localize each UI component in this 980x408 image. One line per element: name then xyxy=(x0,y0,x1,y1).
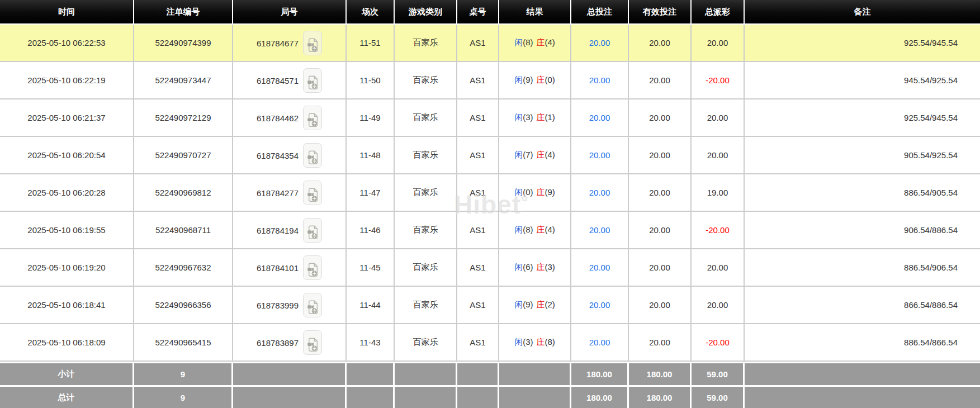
col-remark: 备注 xyxy=(745,0,980,25)
cell-game-type: 百家乐 xyxy=(395,212,457,249)
total-bet-link[interactable]: 20.00 xyxy=(589,113,610,122)
cell-remark: 886.54/905.54 xyxy=(745,174,980,212)
grand-total-total-bet: 180.00 xyxy=(571,385,629,408)
cell-total-bet: 20.00 xyxy=(571,174,629,212)
video-replay-button[interactable] xyxy=(303,218,322,243)
banker-result-label: 庄 xyxy=(537,112,545,122)
cell-bet-number: 522490973447 xyxy=(134,62,233,99)
player-points: (3) xyxy=(523,337,533,347)
cell-round-number: 618784277 xyxy=(233,174,347,212)
total-bet-link[interactable]: 20.00 xyxy=(589,338,610,347)
video-replay-button[interactable] xyxy=(303,181,322,205)
player-result-label: 闲 xyxy=(514,337,523,347)
cell-game-type: 百家乐 xyxy=(395,137,457,174)
cell-total-bet: 20.00 xyxy=(571,137,629,174)
cell-round-number: 618784462 xyxy=(233,99,347,137)
player-result-label: 闲 xyxy=(514,112,523,122)
cell-table-number: AS1 xyxy=(457,99,499,137)
cell-bet-number: 522490972129 xyxy=(134,99,233,137)
cell-remark: 925.54/945.54 xyxy=(745,25,980,62)
cell-payout: 20.00 xyxy=(692,99,745,137)
player-result-label: 闲 xyxy=(514,225,523,234)
video-clip-icon xyxy=(307,37,318,53)
video-clip-icon xyxy=(307,300,318,315)
col-payout: 总派彩 xyxy=(692,0,745,25)
subtotal-row: 小计 9 180.00 180.00 59.00 xyxy=(0,362,980,385)
table-row: 2025-05-10 06:22:19 522490973447 6187845… xyxy=(0,62,980,99)
cell-time: 2025-05-10 06:20:28 xyxy=(0,174,134,212)
player-points: (7) xyxy=(523,150,533,159)
cell-total-bet: 20.00 xyxy=(571,25,629,62)
banker-points: (4) xyxy=(545,37,555,47)
banker-result-label: 庄 xyxy=(537,37,545,47)
cell-round-number: 618784354 xyxy=(233,137,347,174)
table-body: 2025-05-10 06:22:53 522490974399 6187846… xyxy=(0,25,980,362)
col-total-bet: 总投注 xyxy=(571,0,629,25)
cell-valid-bet: 20.00 xyxy=(629,99,692,137)
cell-round-number: 618784101 xyxy=(233,249,347,287)
banker-points: (9) xyxy=(545,187,555,197)
banker-points: (2) xyxy=(545,300,555,309)
cell-valid-bet: 20.00 xyxy=(629,212,692,249)
col-session: 场次 xyxy=(347,0,395,25)
banker-points: (4) xyxy=(545,225,555,234)
table-row: 2025-05-10 06:18:09 522490965415 6187838… xyxy=(0,324,980,362)
video-replay-button[interactable] xyxy=(303,106,322,130)
cell-bet-number: 522490965415 xyxy=(134,324,233,362)
round-number-text: 618784462 xyxy=(257,113,299,122)
total-bet-link[interactable]: 20.00 xyxy=(589,75,610,85)
video-replay-button[interactable] xyxy=(303,31,322,55)
video-replay-button[interactable] xyxy=(303,330,322,355)
table-row: 2025-05-10 06:20:54 522490970727 6187843… xyxy=(0,137,980,174)
cell-game-type: 百家乐 xyxy=(395,249,457,287)
cell-valid-bet: 20.00 xyxy=(629,324,692,362)
player-result-label: 闲 xyxy=(514,37,523,47)
subtotal-total-bet: 180.00 xyxy=(571,362,629,385)
player-result-label: 闲 xyxy=(514,150,523,159)
subtotal-payout: 59.00 xyxy=(692,362,745,385)
total-bet-link[interactable]: 20.00 xyxy=(589,188,610,197)
video-clip-icon xyxy=(307,75,318,90)
grand-total-empty-cell xyxy=(233,385,347,408)
cell-time: 2025-05-10 06:22:53 xyxy=(0,25,134,62)
table-row: 2025-05-10 06:22:53 522490974399 6187846… xyxy=(0,25,980,62)
video-clip-icon xyxy=(307,337,318,352)
total-bet-link[interactable]: 20.00 xyxy=(589,38,610,48)
cell-time: 2025-05-10 06:22:19 xyxy=(0,62,134,99)
cell-table-number: AS1 xyxy=(457,287,499,324)
total-bet-link[interactable]: 20.00 xyxy=(589,300,610,310)
total-bet-link[interactable]: 20.00 xyxy=(589,225,610,235)
cell-result: 闲(9)庄(0) xyxy=(499,62,571,99)
cell-total-bet: 20.00 xyxy=(571,62,629,99)
grand-total-payout: 59.00 xyxy=(692,385,745,408)
subtotal-empty-cell xyxy=(233,362,347,385)
total-bet-link[interactable]: 20.00 xyxy=(589,150,610,160)
cell-game-type: 百家乐 xyxy=(395,324,457,362)
banker-result-label: 庄 xyxy=(537,75,545,84)
cell-bet-number: 522490968711 xyxy=(134,212,233,249)
cell-total-bet: 20.00 xyxy=(571,249,629,287)
cell-remark: 886.54/906.54 xyxy=(745,249,980,287)
round-number-text: 618784677 xyxy=(257,38,299,48)
cell-remark: 866.54/886.54 xyxy=(745,287,980,324)
video-replay-button[interactable] xyxy=(303,143,322,168)
cell-table-number: AS1 xyxy=(457,212,499,249)
col-round-number: 局号 xyxy=(233,0,347,25)
cell-bet-number: 522490966356 xyxy=(134,287,233,324)
video-replay-button[interactable] xyxy=(303,293,322,317)
cell-session: 11-49 xyxy=(347,99,395,137)
banker-result-label: 庄 xyxy=(537,150,545,159)
total-bet-link[interactable]: 20.00 xyxy=(589,263,610,272)
cell-payout: -20.00 xyxy=(692,212,745,249)
cell-remark: 906.54/886.54 xyxy=(745,212,980,249)
cell-session: 11-51 xyxy=(347,25,395,62)
cell-session: 11-44 xyxy=(347,287,395,324)
header-row: 时间 注单编号 局号 场次 游戏类别 桌号 结果 总投注 有效投注 总派彩 备注 xyxy=(0,0,980,25)
cell-time: 2025-05-10 06:21:37 xyxy=(0,99,134,137)
video-replay-button[interactable] xyxy=(303,68,322,93)
cell-remark: 925.54/945.54 xyxy=(745,99,980,137)
cell-session: 11-46 xyxy=(347,212,395,249)
player-points: (9) xyxy=(523,300,533,309)
banker-points: (8) xyxy=(545,337,555,347)
video-replay-button[interactable] xyxy=(303,255,322,280)
